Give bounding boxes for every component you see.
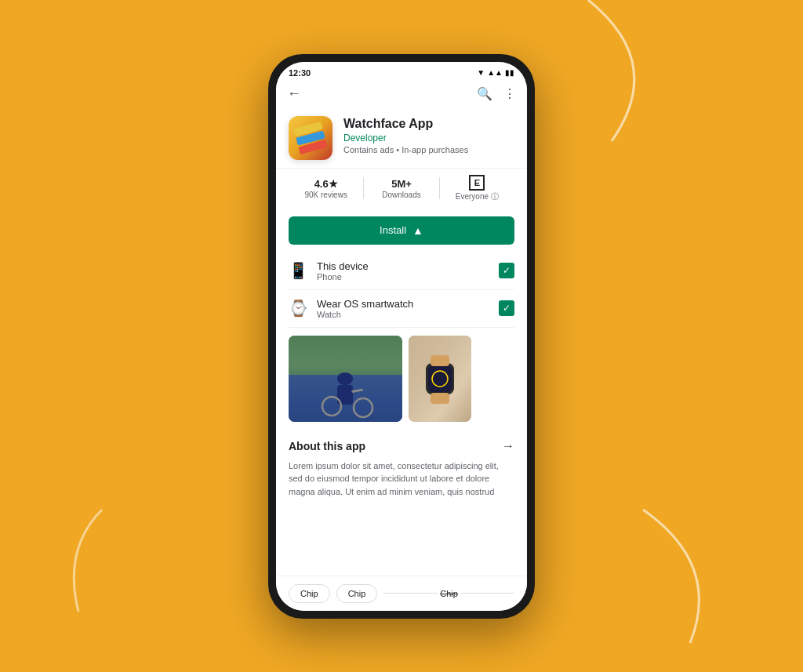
stat-rating: 4.6★ 90K reviews bbox=[289, 178, 363, 199]
install-button-label: Install bbox=[380, 224, 406, 236]
more-menu-icon[interactable]: ⋮ bbox=[503, 86, 516, 101]
about-description: Lorem ipsum dolor sit amet, consectetur … bbox=[289, 460, 514, 499]
device-type-phone: Phone bbox=[317, 272, 489, 282]
battery-icon: ▮▮ bbox=[505, 68, 514, 77]
screenshot-watch bbox=[409, 336, 471, 422]
bike-svg bbox=[289, 336, 402, 422]
svg-rect-0 bbox=[289, 336, 402, 375]
chip-3-strikethrough: Chip bbox=[437, 589, 461, 598]
screenshots-row bbox=[289, 336, 514, 422]
about-section: About this app → Lorem ipsum dolor sit a… bbox=[276, 430, 527, 505]
app-title: Watchface App bbox=[343, 116, 514, 131]
svg-point-2 bbox=[337, 372, 353, 385]
screenshots-section bbox=[276, 328, 527, 430]
device-checkbox-watch[interactable]: ✓ bbox=[499, 300, 514, 316]
device-item-watch[interactable]: ⌚ Wear OS smartwatch Watch ✓ bbox=[289, 290, 514, 328]
app-meta: Contains ads • In-app purchases bbox=[343, 145, 514, 154]
app-icon bbox=[289, 116, 332, 160]
device-list: 📱 This device Phone ✓ ⌚ Wear OS smartwat… bbox=[276, 252, 527, 328]
device-item-phone[interactable]: 📱 This device Phone ✓ bbox=[289, 252, 514, 290]
nav-actions: 🔍 ⋮ bbox=[477, 86, 516, 101]
device-info-watch: Wear OS smartwatch Watch bbox=[317, 298, 489, 319]
downloads-value: 5M+ bbox=[364, 178, 438, 190]
screenshot-bike bbox=[289, 336, 402, 422]
back-button[interactable]: ← bbox=[287, 85, 301, 102]
stats-row: 4.6★ 90K reviews 5M+ Downloads E Everyon… bbox=[276, 168, 527, 209]
app-header: Watchface App Developer Contains ads • I… bbox=[276, 107, 527, 168]
phone-screen: 12:30 ▼ ▲▲ ▮▮ ← 🔍 ⋮ bbox=[276, 62, 527, 611]
scroll-content[interactable]: Watchface App Developer Contains ads • I… bbox=[276, 107, 527, 576]
app-info: Watchface App Developer Contains ads • I… bbox=[343, 116, 514, 154]
device-name-watch: Wear OS smartwatch bbox=[317, 298, 489, 310]
wifi-icon: ▼ bbox=[477, 68, 485, 77]
device-name-phone: This device bbox=[317, 260, 489, 272]
watch-image bbox=[409, 336, 471, 422]
rating-value: 4.6★ bbox=[289, 178, 363, 190]
watch-device-icon: ⌚ bbox=[289, 299, 307, 318]
stat-downloads: 5M+ Downloads bbox=[364, 178, 438, 199]
chip-1[interactable]: Chip bbox=[289, 584, 330, 603]
about-title: About this app bbox=[289, 440, 365, 452]
device-type-watch: Watch bbox=[317, 310, 489, 319]
esrb-badge: E bbox=[469, 175, 485, 191]
device-checkbox-phone[interactable]: ✓ bbox=[499, 263, 514, 278]
phone-device-icon: 📱 bbox=[289, 261, 307, 280]
install-section: Install ▲ bbox=[276, 209, 527, 252]
app-developer[interactable]: Developer bbox=[343, 133, 514, 143]
install-arrow-icon: ▲ bbox=[412, 224, 423, 237]
status-time: 12:30 bbox=[289, 68, 311, 78]
content-rating-label: Everyone ⓘ bbox=[440, 191, 514, 202]
rating-label: 90K reviews bbox=[289, 191, 363, 199]
bike-image bbox=[289, 336, 402, 422]
phone-frame: 12:30 ▼ ▲▲ ▮▮ ← 🔍 ⋮ bbox=[268, 54, 535, 619]
about-arrow-icon[interactable]: → bbox=[502, 439, 514, 453]
status-icons: ▼ ▲▲ ▮▮ bbox=[477, 68, 514, 77]
signal-icon: ▲▲ bbox=[487, 68, 503, 77]
chips-bar: Chip Chip Chip bbox=[276, 576, 527, 611]
downloads-label: Downloads bbox=[364, 191, 438, 199]
status-bar: 12:30 ▼ ▲▲ ▮▮ bbox=[276, 62, 527, 81]
svg-rect-12 bbox=[431, 393, 449, 404]
stat-content-rating: E Everyone ⓘ bbox=[440, 175, 514, 202]
about-header: About this app → bbox=[289, 439, 514, 453]
watch-svg bbox=[409, 336, 471, 422]
chip-line: Chip bbox=[383, 593, 514, 594]
search-icon[interactable]: 🔍 bbox=[477, 86, 492, 101]
install-button[interactable]: Install ▲ bbox=[289, 216, 514, 245]
app-icon-layers bbox=[293, 121, 328, 154]
content-rating-value: E bbox=[440, 175, 514, 191]
device-info-phone: This device Phone bbox=[317, 260, 489, 282]
chip-2[interactable]: Chip bbox=[336, 584, 378, 603]
nav-bar: ← 🔍 ⋮ bbox=[276, 81, 527, 107]
svg-rect-11 bbox=[431, 355, 449, 366]
